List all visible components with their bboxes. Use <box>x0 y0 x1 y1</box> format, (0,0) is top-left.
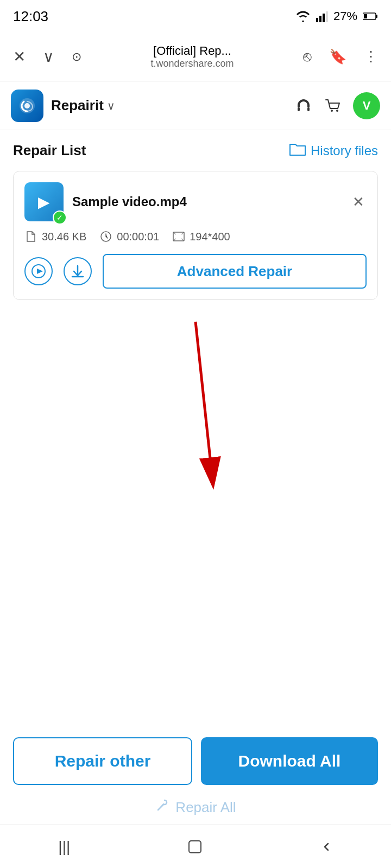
svg-rect-10 <box>307 107 310 111</box>
android-menu-button[interactable]: ||| <box>42 833 86 861</box>
android-back-button[interactable] <box>304 835 349 859</box>
wifi-icon <box>295 10 311 22</box>
bottom-section: Repair other Download All Repair All <box>0 726 391 825</box>
browser-bookmark-icon[interactable]: 🔖 <box>325 44 351 69</box>
app-header: Repairit ∨ V <box>0 81 391 130</box>
pointer-arrow <box>141 311 250 506</box>
folder-svg-icon <box>289 141 306 156</box>
repair-all-label[interactable]: Repair All <box>175 799 236 816</box>
browser-page-title: [Official] Rep... <box>153 44 231 58</box>
app-name-label: Repairit <box>51 97 104 114</box>
support-icon[interactable] <box>294 97 313 115</box>
card-actions: Advanced Repair <box>24 254 367 289</box>
content-area: Repair List History files ▶ ✓ Sample vid… <box>0 130 391 517</box>
repair-list-title: Repair List <box>13 142 86 159</box>
repairit-logo-icon <box>17 96 37 116</box>
preview-button[interactable] <box>24 257 53 285</box>
repair-other-button[interactable]: Repair other <box>13 737 192 785</box>
file-duration: 00:00:01 <box>117 231 159 243</box>
video-card-header: ▶ ✓ Sample video.mp4 ✕ <box>24 182 367 221</box>
download-preview-button[interactable] <box>64 257 92 285</box>
video-filename: Sample video.mp4 <box>72 194 187 209</box>
video-card: ▶ ✓ Sample video.mp4 ✕ 30.46 KB 0 <box>13 171 378 300</box>
svg-line-18 <box>195 322 212 474</box>
history-files-link[interactable]: History files <box>289 141 378 160</box>
meta-size: 30.46 KB <box>24 230 86 243</box>
battery-text: 27% <box>333 9 357 23</box>
svg-rect-5 <box>376 15 377 18</box>
download-all-button[interactable]: Download All <box>201 737 378 785</box>
svg-point-12 <box>336 110 338 112</box>
bottom-buttons: Repair other Download All <box>13 737 378 785</box>
svg-rect-19 <box>189 841 201 853</box>
svg-rect-1 <box>319 16 321 22</box>
close-card-button[interactable]: ✕ <box>350 192 367 213</box>
file-resolution: 194*400 <box>190 231 230 243</box>
file-icon <box>24 230 37 243</box>
video-thumbnail: ▶ ✓ <box>24 182 64 221</box>
browser-filter-icon[interactable]: ⊙ <box>67 46 86 68</box>
battery-icon <box>363 12 378 21</box>
play-icon: ▶ <box>38 193 50 211</box>
file-size: 30.46 KB <box>42 231 86 243</box>
status-icons: 27% <box>295 9 378 23</box>
app-name-area: Repairit ∨ <box>51 97 287 114</box>
user-avatar[interactable]: V <box>353 92 380 119</box>
browser-bar: ✕ ∨ ⊙ [Official] Rep... t.wondershare.co… <box>0 33 391 81</box>
video-info: ▶ ✓ Sample video.mp4 <box>24 182 187 221</box>
status-bar: 12:03 27% <box>0 0 391 33</box>
svg-point-8 <box>24 103 30 108</box>
app-name-chevron-icon[interactable]: ∨ <box>107 99 115 112</box>
meta-duration: 00:00:01 <box>99 230 159 243</box>
play-circle-icon <box>31 264 46 279</box>
clock-icon <box>99 230 112 243</box>
cart-icon[interactable] <box>324 97 342 115</box>
meta-resolution: 194*400 <box>172 230 230 243</box>
wrench-icon <box>155 798 170 813</box>
browser-share-icon[interactable]: ⎋ <box>299 44 316 69</box>
signal-icon <box>316 10 328 22</box>
browser-close-icon[interactable]: ✕ <box>9 43 30 70</box>
download-icon <box>70 264 85 279</box>
svg-rect-2 <box>323 14 325 22</box>
browser-url-text: t.wondershare.com <box>150 58 234 69</box>
home-square-icon <box>187 839 203 855</box>
browser-more-icon[interactable]: ⋮ <box>360 44 382 69</box>
advanced-repair-button[interactable]: Advanced Repair <box>103 254 367 289</box>
check-badge: ✓ <box>53 210 67 225</box>
browser-back-icon[interactable]: ∨ <box>39 43 59 70</box>
svg-rect-6 <box>364 14 367 18</box>
repair-list-header: Repair List History files <box>13 141 378 160</box>
svg-marker-16 <box>37 269 43 274</box>
folder-icon <box>289 141 306 160</box>
android-home-button[interactable] <box>171 833 219 860</box>
repair-all-row: Repair All <box>13 794 378 819</box>
app-logo <box>11 90 43 122</box>
svg-rect-0 <box>316 18 318 22</box>
video-meta: 30.46 KB 00:00:01 194*400 <box>24 230 367 243</box>
header-actions: V <box>294 92 380 119</box>
arrow-container <box>13 311 378 517</box>
back-chevron-icon <box>320 840 333 853</box>
repair-all-icon <box>155 798 170 817</box>
svg-rect-9 <box>298 107 300 111</box>
history-files-label: History files <box>311 143 378 158</box>
browser-url-area: [Official] Rep... t.wondershare.com <box>94 44 290 69</box>
svg-rect-3 <box>326 11 328 22</box>
android-nav: ||| <box>0 825 391 868</box>
status-time: 12:03 <box>13 8 48 25</box>
svg-point-11 <box>331 110 333 112</box>
resolution-icon <box>172 230 185 243</box>
